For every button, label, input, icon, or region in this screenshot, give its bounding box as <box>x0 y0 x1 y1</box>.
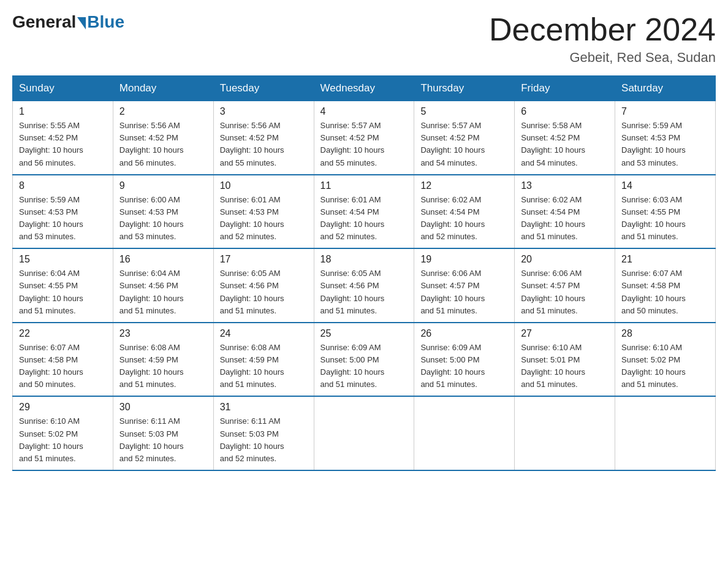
day-number: 18 <box>320 254 408 265</box>
day-info: Sunrise: 6:07 AM Sunset: 4:58 PM Dayligh… <box>621 267 709 317</box>
day-info: Sunrise: 5:59 AM Sunset: 4:53 PM Dayligh… <box>621 120 709 169</box>
day-number: 15 <box>19 254 107 265</box>
calendar-day-cell: 24 Sunrise: 6:08 AM Sunset: 4:59 PM Dayl… <box>213 323 314 397</box>
day-number: 19 <box>420 254 508 265</box>
day-number: 29 <box>19 402 107 413</box>
day-info: Sunrise: 6:05 AM Sunset: 4:56 PM Dayligh… <box>320 267 408 317</box>
day-info: Sunrise: 5:56 AM Sunset: 4:52 PM Dayligh… <box>220 120 308 169</box>
calendar-day-cell: 2 Sunrise: 5:56 AM Sunset: 4:52 PM Dayli… <box>113 101 213 175</box>
day-info: Sunrise: 5:57 AM Sunset: 4:52 PM Dayligh… <box>320 120 408 169</box>
calendar-day-cell <box>615 396 716 470</box>
day-number: 24 <box>220 328 308 339</box>
calendar-week-row: 15 Sunrise: 6:04 AM Sunset: 4:55 PM Dayl… <box>13 248 716 323</box>
day-number: 6 <box>521 106 609 117</box>
day-info: Sunrise: 6:07 AM Sunset: 4:58 PM Dayligh… <box>19 342 107 391</box>
month-year-title: December 2024 <box>489 12 716 47</box>
day-number: 20 <box>521 254 609 265</box>
day-number: 16 <box>119 254 207 265</box>
calendar-header-sunday: Sunday <box>13 76 113 101</box>
logo: General Blue <box>12 12 124 32</box>
calendar-day-cell: 4 Sunrise: 5:57 AM Sunset: 4:52 PM Dayli… <box>314 101 414 175</box>
calendar-day-cell: 19 Sunrise: 6:06 AM Sunset: 4:57 PM Dayl… <box>414 248 515 323</box>
calendar-week-row: 22 Sunrise: 6:07 AM Sunset: 4:58 PM Dayl… <box>13 323 716 397</box>
location-subtitle: Gebeit, Red Sea, Sudan <box>489 50 716 66</box>
calendar-day-cell: 3 Sunrise: 5:56 AM Sunset: 4:52 PM Dayli… <box>213 101 314 175</box>
day-number: 10 <box>220 180 308 191</box>
calendar-day-cell: 7 Sunrise: 5:59 AM Sunset: 4:53 PM Dayli… <box>615 101 716 175</box>
calendar-day-cell <box>414 396 515 470</box>
calendar-day-cell: 16 Sunrise: 6:04 AM Sunset: 4:56 PM Dayl… <box>113 248 213 323</box>
calendar-header-row: SundayMondayTuesdayWednesdayThursdayFrid… <box>13 76 716 101</box>
day-info: Sunrise: 6:09 AM Sunset: 5:00 PM Dayligh… <box>420 342 508 391</box>
day-info: Sunrise: 5:55 AM Sunset: 4:52 PM Dayligh… <box>19 120 107 169</box>
calendar-day-cell: 29 Sunrise: 6:10 AM Sunset: 5:02 PM Dayl… <box>13 396 113 470</box>
day-info: Sunrise: 6:10 AM Sunset: 5:02 PM Dayligh… <box>621 342 709 391</box>
page-header: General Blue December 2024 Gebeit, Red S… <box>12 12 716 66</box>
day-info: Sunrise: 6:06 AM Sunset: 4:57 PM Dayligh… <box>521 267 609 317</box>
calendar-header-tuesday: Tuesday <box>213 76 314 101</box>
calendar-day-cell: 30 Sunrise: 6:11 AM Sunset: 5:03 PM Dayl… <box>113 396 213 470</box>
day-number: 27 <box>521 328 609 339</box>
calendar-day-cell: 31 Sunrise: 6:11 AM Sunset: 5:03 PM Dayl… <box>213 396 314 470</box>
day-info: Sunrise: 6:08 AM Sunset: 4:59 PM Dayligh… <box>220 342 308 391</box>
calendar-day-cell: 12 Sunrise: 6:02 AM Sunset: 4:54 PM Dayl… <box>414 175 515 249</box>
day-number: 12 <box>420 180 508 191</box>
day-info: Sunrise: 6:04 AM Sunset: 4:56 PM Dayligh… <box>119 267 207 317</box>
day-number: 4 <box>320 106 408 117</box>
calendar-day-cell: 9 Sunrise: 6:00 AM Sunset: 4:53 PM Dayli… <box>113 175 213 249</box>
calendar-day-cell: 26 Sunrise: 6:09 AM Sunset: 5:00 PM Dayl… <box>414 323 515 397</box>
calendar-header-friday: Friday <box>515 76 615 101</box>
day-number: 7 <box>621 106 709 117</box>
day-number: 22 <box>19 328 107 339</box>
day-number: 9 <box>119 180 207 191</box>
calendar-header-monday: Monday <box>113 76 213 101</box>
day-number: 5 <box>420 106 508 117</box>
logo-blue-text: Blue <box>87 12 124 32</box>
day-info: Sunrise: 6:05 AM Sunset: 4:56 PM Dayligh… <box>220 267 308 317</box>
calendar-day-cell: 14 Sunrise: 6:03 AM Sunset: 4:55 PM Dayl… <box>615 175 716 249</box>
logo-general-text: General <box>12 12 76 32</box>
calendar-header-thursday: Thursday <box>414 76 515 101</box>
calendar-day-cell: 10 Sunrise: 6:01 AM Sunset: 4:53 PM Dayl… <box>213 175 314 249</box>
calendar-day-cell: 13 Sunrise: 6:02 AM Sunset: 4:54 PM Dayl… <box>515 175 615 249</box>
day-number: 17 <box>220 254 308 265</box>
calendar-day-cell: 22 Sunrise: 6:07 AM Sunset: 4:58 PM Dayl… <box>13 323 113 397</box>
day-number: 13 <box>521 180 609 191</box>
day-info: Sunrise: 6:08 AM Sunset: 4:59 PM Dayligh… <box>119 342 207 391</box>
day-info: Sunrise: 6:03 AM Sunset: 4:55 PM Dayligh… <box>621 194 709 243</box>
day-number: 11 <box>320 180 408 191</box>
calendar-day-cell: 27 Sunrise: 6:10 AM Sunset: 5:01 PM Dayl… <box>515 323 615 397</box>
calendar-day-cell: 6 Sunrise: 5:58 AM Sunset: 4:52 PM Dayli… <box>515 101 615 175</box>
day-number: 1 <box>19 106 107 117</box>
calendar-header-wednesday: Wednesday <box>314 76 414 101</box>
day-info: Sunrise: 6:04 AM Sunset: 4:55 PM Dayligh… <box>19 267 107 317</box>
day-number: 31 <box>220 402 308 413</box>
calendar-week-row: 8 Sunrise: 5:59 AM Sunset: 4:53 PM Dayli… <box>13 175 716 249</box>
day-number: 26 <box>420 328 508 339</box>
day-info: Sunrise: 6:06 AM Sunset: 4:57 PM Dayligh… <box>420 267 508 317</box>
calendar-day-cell: 1 Sunrise: 5:55 AM Sunset: 4:52 PM Dayli… <box>13 101 113 175</box>
day-number: 14 <box>621 180 709 191</box>
day-info: Sunrise: 6:01 AM Sunset: 4:53 PM Dayligh… <box>220 194 308 243</box>
day-info: Sunrise: 6:00 AM Sunset: 4:53 PM Dayligh… <box>119 194 207 243</box>
day-info: Sunrise: 6:11 AM Sunset: 5:03 PM Dayligh… <box>220 415 308 465</box>
calendar-table: SundayMondayTuesdayWednesdayThursdayFrid… <box>12 75 716 471</box>
day-number: 28 <box>621 328 709 339</box>
calendar-day-cell: 11 Sunrise: 6:01 AM Sunset: 4:54 PM Dayl… <box>314 175 414 249</box>
calendar-day-cell: 20 Sunrise: 6:06 AM Sunset: 4:57 PM Dayl… <box>515 248 615 323</box>
logo-arrow-icon <box>77 17 86 29</box>
day-number: 23 <box>119 328 207 339</box>
calendar-week-row: 1 Sunrise: 5:55 AM Sunset: 4:52 PM Dayli… <box>13 101 716 175</box>
calendar-day-cell: 28 Sunrise: 6:10 AM Sunset: 5:02 PM Dayl… <box>615 323 716 397</box>
day-number: 8 <box>19 180 107 191</box>
day-info: Sunrise: 5:56 AM Sunset: 4:52 PM Dayligh… <box>119 120 207 169</box>
calendar-day-cell: 18 Sunrise: 6:05 AM Sunset: 4:56 PM Dayl… <box>314 248 414 323</box>
calendar-day-cell: 21 Sunrise: 6:07 AM Sunset: 4:58 PM Dayl… <box>615 248 716 323</box>
day-info: Sunrise: 5:59 AM Sunset: 4:53 PM Dayligh… <box>19 194 107 243</box>
day-number: 30 <box>119 402 207 413</box>
day-info: Sunrise: 6:09 AM Sunset: 5:00 PM Dayligh… <box>320 342 408 391</box>
day-number: 21 <box>621 254 709 265</box>
calendar-day-cell: 17 Sunrise: 6:05 AM Sunset: 4:56 PM Dayl… <box>213 248 314 323</box>
calendar-day-cell <box>314 396 414 470</box>
day-info: Sunrise: 6:10 AM Sunset: 5:01 PM Dayligh… <box>521 342 609 391</box>
